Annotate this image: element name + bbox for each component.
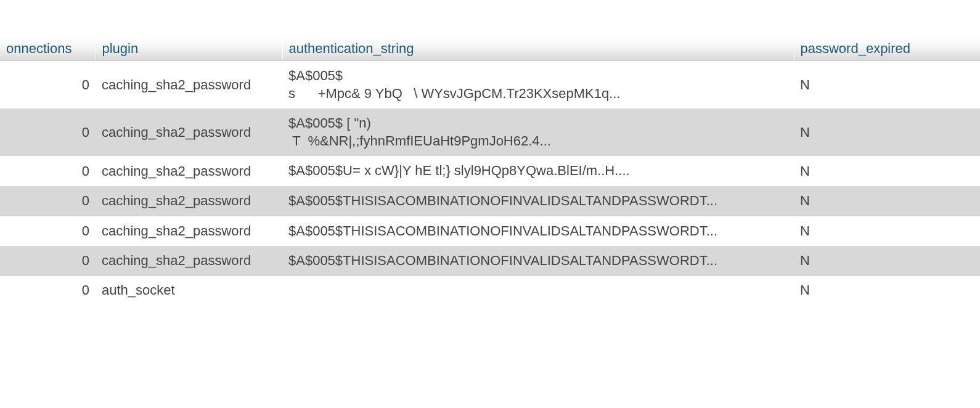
column-header-connections[interactable]: onnections [0,37,96,61]
cell-plugin: caching_sha2_password [96,216,282,247]
cell-plugin: caching_sha2_password [96,61,282,109]
cell-plugin: auth_socket [96,276,282,304]
cell-authentication-string [282,276,794,304]
table-row[interactable]: 0caching_sha2_password$A$005$U= x cW}|Y … [0,156,980,186]
cell-password-expired: N [794,156,980,186]
table-row[interactable]: 0caching_sha2_password$A$005$THISISACOMB… [0,216,980,247]
cell-password-expired: N [794,61,980,109]
cell-plugin: caching_sha2_password [96,186,282,216]
cell-password-expired: N [794,186,980,216]
cell-authentication-string: $A$005$U= x cW}|Y hE tl;} slyl9HQp8YQwa.… [282,156,794,186]
cell-password-expired: N [794,108,980,156]
cell-authentication-string: $A$005$THISISACOMBINATIONOFINVALIDSALTAN… [282,216,794,247]
cell-password-expired: N [794,216,980,247]
cell-authentication-string: $A$005$ s +Mpc& 9 YbQ \ WYsvJGpCM.Tr23KX… [282,61,794,109]
cell-connections: 0 [0,246,96,276]
cell-authentication-string: $A$005$THISISACOMBINATIONOFINVALIDSALTAN… [282,186,794,216]
table-row[interactable]: 0caching_sha2_password$A$005$THISISACOMB… [0,246,980,276]
column-header-plugin[interactable]: plugin [96,37,282,61]
cell-authentication-string: $A$005$ [ "n) T %&NR|,;fyhnRmfIEUaHt9Pgm… [282,108,794,156]
cell-connections: 0 [0,61,96,109]
table-header-row: onnections plugin authentication_string … [0,37,980,61]
table-row[interactable]: 0caching_sha2_password$A$005$THISISACOMB… [0,186,980,216]
cell-password-expired: N [794,276,980,304]
table-row[interactable]: 0auth_socketN [0,276,980,304]
cell-authentication-string: $A$005$THISISACOMBINATIONOFINVALIDSALTAN… [282,246,794,276]
cell-password-expired: N [794,246,980,276]
cell-plugin: caching_sha2_password [96,246,282,276]
cell-plugin: caching_sha2_password [96,156,282,186]
cell-connections: 0 [0,276,96,304]
column-header-authentication-string[interactable]: authentication_string [282,37,794,61]
column-header-password-expired[interactable]: password_expired [794,37,980,61]
cell-connections: 0 [0,186,96,216]
cell-connections: 0 [0,156,96,186]
cell-plugin: caching_sha2_password [96,108,282,156]
cell-connections: 0 [0,216,96,247]
table-row[interactable]: 0caching_sha2_password$A$005$ [ "n) T %&… [0,108,980,156]
cell-connections: 0 [0,108,96,156]
table-row[interactable]: 0caching_sha2_password$A$005$ s +Mpc& 9 … [0,61,980,109]
mysql-user-table: onnections plugin authentication_string … [0,37,980,304]
